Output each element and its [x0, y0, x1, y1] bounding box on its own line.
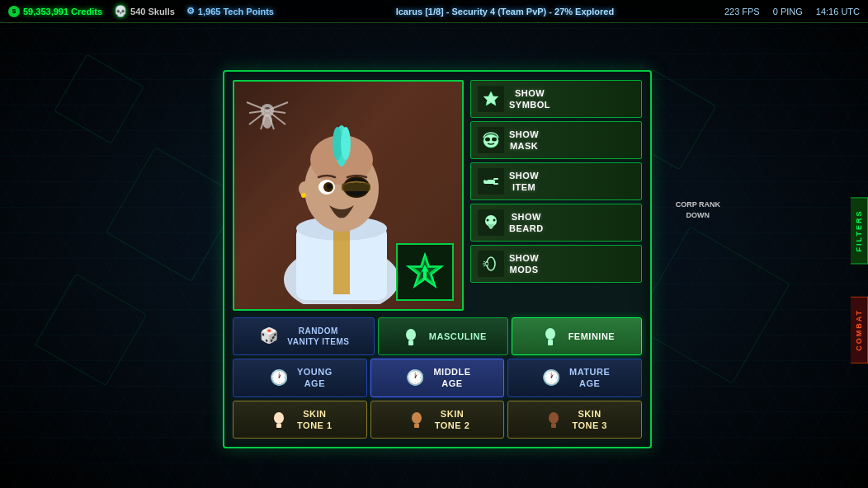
- skin-tone-2-icon: [405, 408, 428, 431]
- skulls-display: 💀 540 Skulls: [114, 5, 175, 17]
- show-mask-button[interactable]: SHOWMASK: [470, 121, 642, 159]
- tech-points-display: ⚙ 1,965 Tech Points: [186, 6, 274, 16]
- show-beard-button[interactable]: SHOWBEARD: [470, 204, 642, 242]
- skin-tone-2-button[interactable]: SKINTONE 2: [370, 401, 505, 439]
- skin-tone-3-icon: [542, 408, 565, 431]
- svg-point-49: [545, 328, 555, 340]
- skin-tone-2-label: SKINTONE 2: [435, 408, 470, 432]
- mask-icon: [478, 127, 504, 153]
- feminine-label: FEMININE: [568, 331, 616, 342]
- svg-point-43: [486, 263, 488, 265]
- show-beard-label: SHOWBEARD: [509, 211, 544, 235]
- skin-tone-1-icon: [267, 408, 290, 431]
- masculine-label: MASCULINE: [429, 331, 487, 342]
- show-mods-button[interactable]: SHOWMODS: [470, 245, 642, 283]
- svg-rect-34: [484, 180, 495, 184]
- rank-symbol: [403, 250, 448, 295]
- server-title: Icarus [1/8] - Security 4 (Team PvP) - 2…: [285, 7, 724, 16]
- mature-age-icon: 🕐: [540, 366, 563, 389]
- skin-tone-1-label: SKINTONE 1: [297, 408, 333, 432]
- credits-icon: $: [8, 6, 20, 17]
- svg-point-39: [487, 219, 489, 222]
- svg-rect-36: [493, 183, 498, 185]
- middle-age-icon: 🕐: [403, 366, 427, 389]
- panel-inner: SHOWSYMBOL SHOWMASK: [233, 80, 642, 311]
- combat-tab[interactable]: COMBAT: [851, 297, 868, 364]
- bottom-button-area: 🎲 RANDOMVANITY ITEMS MASCULINE: [233, 317, 642, 439]
- middle-age-label: MIDDLEAGE: [433, 366, 470, 390]
- svg-point-28: [301, 193, 306, 198]
- ping-display: 0 PING: [773, 7, 803, 16]
- masculine-icon: [399, 325, 422, 348]
- young-age-label: YOUNGAGE: [297, 366, 333, 390]
- young-age-button[interactable]: 🕐 YOUNGAGE: [233, 359, 367, 397]
- svg-line-46: [484, 265, 485, 266]
- skin-tone-3-button[interactable]: SKINTONE 3: [507, 401, 642, 439]
- show-symbol-label: SHOWSYMBOL: [509, 87, 550, 111]
- svg-rect-56: [551, 424, 556, 428]
- dice-icon: 🎲: [257, 325, 281, 348]
- svg-line-44: [484, 261, 485, 262]
- svg-rect-54: [414, 424, 419, 428]
- svg-point-26: [327, 184, 332, 189]
- character-portrait: [233, 80, 464, 311]
- svg-point-32: [485, 138, 490, 142]
- mature-age-label: MATUREAGE: [569, 366, 610, 390]
- middle-age-button[interactable]: 🕐 MIDDLEAGE: [370, 359, 505, 397]
- hud-right-info: 223 FPS 0 PING 14:16 UTC: [724, 7, 860, 16]
- svg-rect-50: [548, 340, 553, 345]
- svg-point-47: [406, 329, 416, 340]
- item-icon: [478, 168, 504, 195]
- skin-tone-row: SKINTONE 1 SKINTONE 2 SK: [233, 401, 642, 439]
- svg-rect-52: [276, 424, 281, 428]
- show-mask-label: SHOWMASK: [509, 129, 539, 152]
- svg-point-20: [341, 127, 351, 160]
- side-button-group: SHOWSYMBOL SHOWMASK: [470, 80, 642, 311]
- svg-point-10: [262, 114, 272, 129]
- svg-point-53: [412, 412, 422, 424]
- hud-bar: $ 59,353,991 Credits 💀 540 Skulls ⚙ 1,96…: [0, 0, 868, 23]
- svg-point-51: [274, 412, 284, 424]
- random-vanity-label: RANDOMVANITY ITEMS: [287, 326, 349, 347]
- spider-logo: [243, 90, 292, 139]
- random-vanity-button[interactable]: 🎲 RANDOMVANITY ITEMS: [233, 317, 375, 355]
- skin-tone-3-label: SKINTONE 3: [572, 408, 607, 432]
- mods-icon: [478, 251, 504, 277]
- svg-rect-48: [408, 340, 413, 345]
- svg-point-33: [492, 138, 497, 142]
- time-display: 14:16 UTC: [816, 7, 860, 16]
- age-row: 🕐 YOUNGAGE 🕐 MIDDLEAGE 🕐 MATUREAGE: [233, 359, 642, 397]
- svg-point-40: [493, 219, 496, 222]
- mature-age-button[interactable]: 🕐 MATUREAGE: [507, 359, 642, 397]
- skin-tone-1-button[interactable]: SKINTONE 1: [233, 401, 367, 439]
- svg-rect-35: [493, 178, 498, 180]
- svg-rect-23: [342, 183, 370, 191]
- fps-display: 223 FPS: [724, 7, 760, 16]
- gender-row: 🎲 RANDOMVANITY ITEMS MASCULINE: [233, 317, 642, 355]
- feminine-button[interactable]: FEMININE: [512, 317, 642, 355]
- rank-badge: [396, 243, 454, 301]
- show-symbol-button[interactable]: SHOWSYMBOL: [470, 80, 642, 118]
- svg-rect-37: [485, 179, 488, 181]
- svg-point-31: [484, 134, 498, 148]
- beard-icon: [478, 209, 504, 236]
- symbol-icon: [478, 86, 504, 112]
- svg-point-55: [549, 412, 559, 424]
- credits-display: $ 59,353,991 Credits: [8, 6, 102, 17]
- filters-tab[interactable]: FILTERS: [851, 198, 868, 265]
- character-panel: SHOWSYMBOL SHOWMASK: [223, 70, 652, 448]
- corp-rank-text: CORP RANK DOWN: [676, 199, 720, 220]
- show-mods-label: SHOWMODS: [509, 252, 539, 276]
- show-item-button[interactable]: SHOWITEM: [470, 162, 642, 200]
- svg-rect-14: [333, 228, 350, 294]
- young-age-icon: 🕐: [267, 366, 290, 389]
- feminine-icon: [539, 325, 562, 348]
- show-item-label: SHOWITEM: [509, 170, 539, 194]
- masculine-button[interactable]: MASCULINE: [378, 317, 508, 355]
